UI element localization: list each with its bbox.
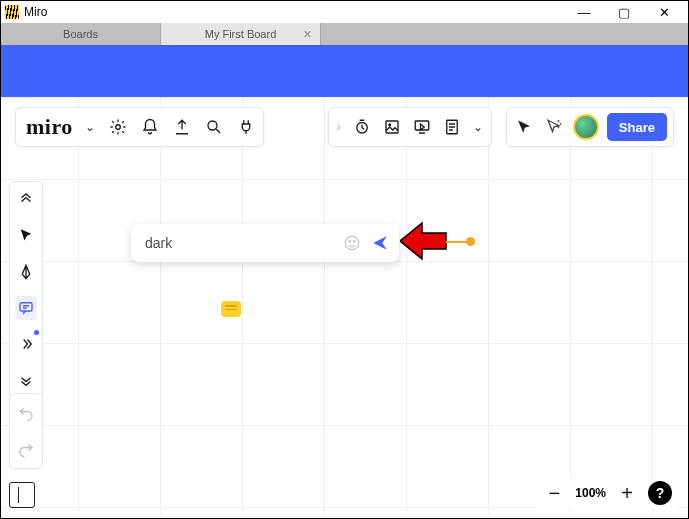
timer-icon[interactable] [351,116,373,138]
miro-logo[interactable]: miro [26,114,73,140]
close-tab-icon[interactable]: ✕ [303,28,312,41]
miro-app-icon [5,5,19,19]
reactions-icon[interactable] [543,116,565,138]
window-close-button[interactable]: ✕ [644,1,684,23]
zoom-controls: − 100% + ? [537,478,678,508]
more-tools-icon[interactable] [15,332,37,356]
board-menu-chevron-icon[interactable]: ⌄ [83,120,97,134]
tab-label: My First Board [205,28,277,40]
tab-bar: Boards My First Board ✕ [1,23,688,45]
history-bar [9,393,43,469]
notification-banner [1,45,688,97]
plug-integrations-icon[interactable] [235,116,257,138]
svg-rect-7 [20,303,32,311]
tab-my-first-board[interactable]: My First Board ✕ [161,23,321,45]
frames-panel-button[interactable] [9,482,35,508]
board-canvas[interactable] [1,97,688,518]
notifications-bell-icon[interactable] [139,116,161,138]
settings-gear-icon[interactable] [107,116,129,138]
user-avatar[interactable] [573,114,599,140]
frame-icon[interactable] [381,116,403,138]
svg-point-1 [208,121,217,130]
comment-connector-line [446,241,468,243]
window-title: Miro [24,5,47,19]
collab-bar: Share [506,107,674,147]
window-titlebar: Miro — ▢ ✕ [1,1,688,23]
zoom-out-button[interactable]: − [543,482,565,504]
collapse-up-icon[interactable] [15,188,37,212]
send-comment-icon[interactable] [369,232,391,254]
svg-point-8 [345,236,359,250]
svg-rect-3 [386,121,398,133]
help-button[interactable]: ? [648,481,672,505]
tools-left-chevron-icon[interactable]: › [335,120,343,134]
svg-point-4 [389,124,391,126]
svg-point-10 [354,241,356,243]
share-button[interactable]: Share [607,113,667,141]
comment-input-popover [131,224,399,262]
presentation-tools-bar: › ⌄ [328,107,492,147]
notes-list-icon[interactable] [441,116,463,138]
present-screen-icon[interactable] [411,116,433,138]
pen-tool-icon[interactable] [15,260,37,284]
comment-marker-icon[interactable] [221,301,241,317]
svg-marker-11 [400,223,446,259]
zoom-level-label[interactable]: 100% [575,486,606,500]
tab-boards[interactable]: Boards [1,23,161,45]
tools-sidebar [9,181,43,399]
tab-label: Boards [63,28,98,40]
collapse-down-icon[interactable] [15,368,37,392]
export-upload-icon[interactable] [171,116,193,138]
window-maximize-button[interactable]: ▢ [604,1,644,23]
window-minimize-button[interactable]: — [564,1,604,23]
undo-icon[interactable] [15,402,37,424]
comment-tool-icon[interactable] [15,296,37,320]
search-icon[interactable] [203,116,225,138]
redo-icon[interactable] [15,438,37,460]
tools-more-chevron-icon[interactable]: ⌄ [471,120,485,134]
comment-anchor-dot[interactable] [466,237,475,246]
svg-point-0 [116,125,121,130]
annotation-red-arrow [400,219,448,263]
cursor-follow-icon[interactable] [513,116,535,138]
select-cursor-tool-icon[interactable] [15,224,37,248]
canvas-grid [1,97,688,518]
emoji-picker-icon[interactable] [341,232,363,254]
svg-point-9 [349,241,351,243]
comment-input[interactable] [145,235,335,251]
zoom-in-button[interactable]: + [616,482,638,504]
board-menu-bar: miro ⌄ [15,107,264,147]
